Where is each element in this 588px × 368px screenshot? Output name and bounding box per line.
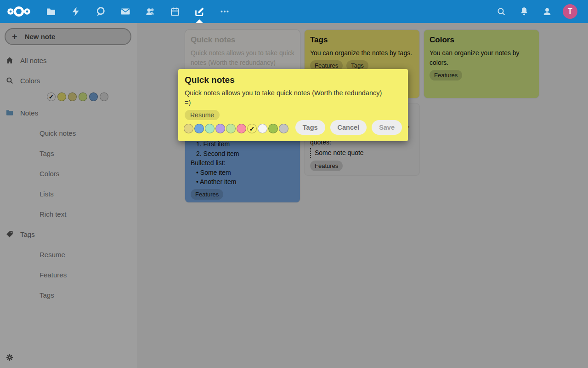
files-folder-icon[interactable] <box>45 6 57 17</box>
note-tag-chip-resume[interactable]: Resume <box>185 110 220 120</box>
tags-button[interactable]: Tags <box>295 120 325 135</box>
color-swatch[interactable] <box>268 124 278 133</box>
top-header-bar: T <box>0 0 588 23</box>
color-swatch[interactable] <box>279 124 288 133</box>
nextcloud-logo[interactable] <box>6 5 31 18</box>
edit-note-modal: Quick notes Quick notes allows you to ta… <box>178 69 408 141</box>
note-title-input[interactable]: Quick notes <box>185 75 401 86</box>
note-content-line: Quick notes allows you to take quick not… <box>185 88 401 98</box>
check-icon: ✓ <box>249 125 255 132</box>
contacts-people-icon[interactable] <box>145 6 156 17</box>
color-swatch[interactable] <box>184 124 193 133</box>
color-palette: ✓ <box>184 124 288 133</box>
activity-lightning-icon[interactable] <box>70 6 81 17</box>
calendar-icon[interactable] <box>170 6 181 17</box>
color-swatch[interactable] <box>226 124 236 133</box>
color-swatch[interactable] <box>237 124 246 133</box>
search-icon[interactable] <box>496 6 507 17</box>
mail-envelope-icon[interactable] <box>120 6 131 17</box>
notifications-bell-icon[interactable] <box>519 6 530 17</box>
note-content-input[interactable]: Quick notes allows you to take quick not… <box>185 88 401 108</box>
modal-button-row: Tags Cancel Save <box>295 120 402 135</box>
avatar[interactable]: T <box>563 4 577 19</box>
quicknotes-note-pencil-icon[interactable] <box>194 6 205 17</box>
active-app-indicator <box>196 19 203 23</box>
color-swatch[interactable] <box>215 124 225 133</box>
color-swatch[interactable] <box>205 124 215 133</box>
color-swatch[interactable] <box>258 124 267 133</box>
more-apps-dots-icon[interactable] <box>219 6 230 17</box>
save-button[interactable]: Save <box>372 120 402 135</box>
color-swatch-selected[interactable]: ✓ <box>247 124 257 133</box>
cancel-button[interactable]: Cancel <box>330 120 367 135</box>
color-swatch[interactable] <box>194 124 204 133</box>
contacts-menu-user-icon[interactable] <box>542 6 553 17</box>
note-content-line: =) <box>185 98 401 108</box>
talk-bubble-icon[interactable] <box>95 6 106 17</box>
